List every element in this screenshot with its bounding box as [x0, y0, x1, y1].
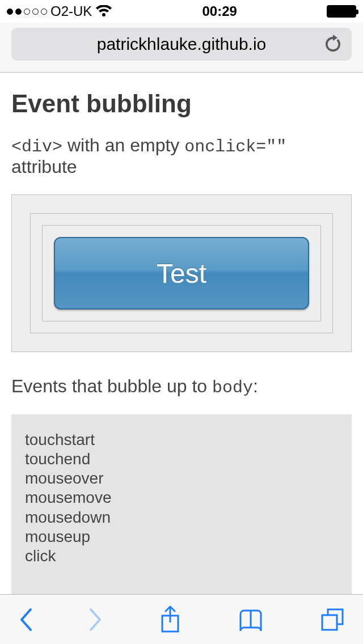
subtitle-code-1: <div>	[11, 137, 62, 156]
test-button[interactable]: Test	[54, 237, 309, 310]
events-label: Events that bubble up to body:	[11, 376, 352, 397]
nested-div-inner[interactable]: Test	[42, 225, 321, 321]
browser-toolbar	[0, 594, 363, 644]
bookmarks-button[interactable]	[237, 608, 264, 631]
reload-button[interactable]	[324, 35, 341, 54]
url-field[interactable]: patrickhlauke.github.io	[11, 28, 352, 61]
status-bar: O2-UK 00:29	[0, 0, 363, 23]
log-line: mouseup	[25, 527, 338, 546]
log-line: mousedown	[25, 508, 338, 527]
log-line: click	[25, 546, 338, 566]
status-left: O2-UK	[7, 3, 112, 19]
clock: 00:29	[202, 3, 237, 19]
signal-strength-icon	[7, 9, 47, 15]
wifi-icon	[95, 5, 112, 18]
log-line: touchend	[25, 450, 338, 469]
page-content[interactable]: Event bubbling <div> with an empty oncli…	[0, 73, 363, 594]
nested-div-middle[interactable]: Test	[30, 213, 333, 333]
svg-rect-2	[322, 615, 337, 630]
browser-address-bar: patrickhlauke.github.io	[0, 23, 363, 73]
share-button[interactable]	[159, 605, 182, 634]
page-subtitle: <div> with an empty onclick="" attribute	[11, 135, 352, 177]
page-title: Event bubbling	[11, 90, 352, 118]
carrier-label: O2-UK	[50, 3, 92, 19]
log-line: touchstart	[25, 430, 338, 450]
url-text: patrickhlauke.github.io	[97, 35, 267, 54]
subtitle-code-2: onclick=""	[184, 137, 286, 156]
back-button[interactable]	[18, 607, 33, 632]
battery-icon	[327, 5, 356, 18]
event-log: touchstart touchend mouseover mousemove …	[11, 414, 352, 594]
log-line: mouseover	[25, 469, 338, 488]
nested-div-outer[interactable]: Test	[11, 194, 352, 352]
tabs-button[interactable]	[320, 607, 345, 632]
log-line: mousemove	[25, 488, 338, 507]
forward-button	[88, 607, 103, 632]
events-label-code: body	[212, 378, 253, 397]
